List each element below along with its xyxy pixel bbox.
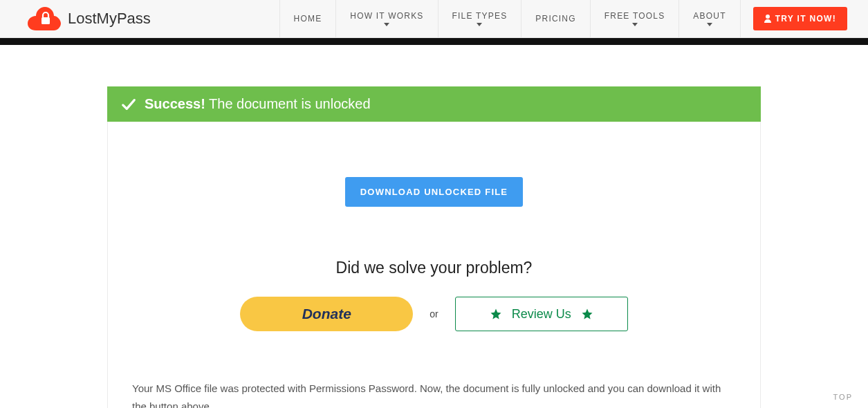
nav-free-tools[interactable]: FREE TOOLS [590, 0, 679, 37]
svg-rect-0 [41, 17, 50, 24]
alert-text: Success! The document is unlocked [145, 96, 371, 112]
download-unlocked-file-button[interactable]: DOWNLOAD UNLOCKED FILE [345, 177, 523, 207]
nav-label: FILE TYPES [452, 11, 508, 21]
check-icon [121, 97, 136, 112]
alert-strong: Success! [145, 96, 205, 111]
chevron-down-icon [632, 23, 638, 26]
user-icon [764, 15, 771, 23]
or-separator: or [430, 308, 438, 319]
nav-home[interactable]: HOME [279, 0, 336, 37]
main-nav: HOME HOW IT WORKS FILE TYPES PRICING FRE… [279, 0, 741, 37]
nav-how-it-works[interactable]: HOW IT WORKS [335, 0, 437, 37]
nav-label: FREE TOOLS [604, 11, 665, 21]
brand-text: LostMyPass [68, 10, 151, 28]
review-us-button[interactable]: Review Us [455, 297, 628, 331]
feedback-question: Did we solve your problem? [132, 259, 736, 277]
nav-pricing[interactable]: PRICING [521, 0, 589, 37]
chevron-down-icon [477, 23, 482, 26]
nav-label: HOW IT WORKS [350, 11, 423, 21]
try-it-now-button[interactable]: TRY IT NOW! [753, 7, 847, 30]
review-label: Review Us [512, 307, 571, 322]
alert-rest: The document is unlocked [209, 96, 370, 111]
result-card: Success! The document is unlocked DOWNLO… [107, 86, 761, 408]
nav-file-types[interactable]: FILE TYPES [438, 0, 521, 37]
logo[interactable]: LostMyPass [28, 7, 151, 30]
explanation-text: Your MS Office file was protected with P… [132, 380, 736, 408]
header: LostMyPass HOME HOW IT WORKS FILE TYPES … [0, 0, 868, 38]
back-to-top[interactable]: TOP [833, 393, 853, 401]
hero-bottom-strip [0, 38, 868, 45]
cta-label: TRY IT NOW! [775, 14, 836, 24]
nav-label: PRICING [535, 14, 575, 24]
card-body: DOWNLOAD UNLOCKED FILE Did we solve your… [107, 122, 761, 408]
success-alert: Success! The document is unlocked [107, 86, 761, 122]
nav-label: HOME [294, 14, 322, 24]
chevron-down-icon [707, 23, 712, 26]
donate-button[interactable]: Donate [240, 297, 413, 331]
cloud-lock-icon [28, 7, 61, 30]
nav-label: ABOUT [693, 11, 726, 21]
feedback-actions: Donate or Review Us [132, 297, 736, 331]
chevron-down-icon [384, 23, 389, 26]
nav-about[interactable]: ABOUT [678, 0, 740, 37]
star-icon [490, 308, 502, 320]
svg-point-1 [766, 15, 770, 19]
star-icon [581, 308, 593, 320]
